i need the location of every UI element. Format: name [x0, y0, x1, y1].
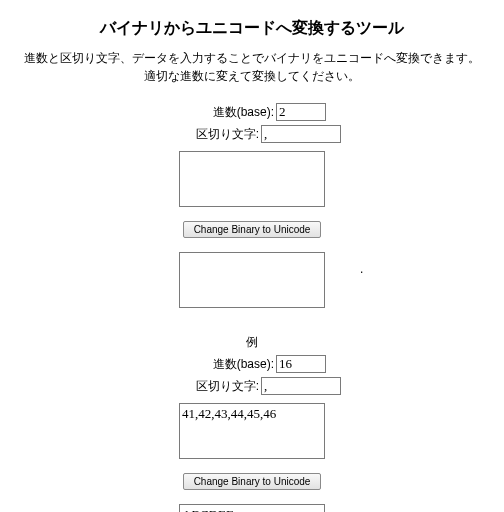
example-delimiter-label: 区切り文字:	[163, 378, 261, 395]
page: バイナリからユニコードへ変換するツール 進数と区切り文字、データを入力することで…	[0, 0, 504, 512]
example-convert-button[interactable]: Change Binary to Unicode	[183, 473, 322, 490]
desc-line-2: 適切な進数に変えて変換してください。	[144, 69, 360, 83]
example-output-textarea[interactable]	[179, 504, 325, 512]
desc-line-1: 進数と区切り文字、データを入力することでバイナリをユニコードへ変換できます。	[24, 51, 480, 65]
output-textarea[interactable]	[179, 252, 325, 308]
example-delimiter-row: 区切り文字:	[0, 377, 504, 395]
example-input-textarea[interactable]	[179, 403, 325, 459]
convert-button[interactable]: Change Binary to Unicode	[183, 221, 322, 238]
example-base-row: 進数(base):	[0, 355, 504, 373]
delimiter-label: 区切り文字:	[163, 126, 261, 143]
base-row: 進数(base):	[0, 103, 504, 121]
example-delimiter-input[interactable]	[261, 377, 341, 395]
input-textarea[interactable]	[179, 151, 325, 207]
base-input[interactable]	[276, 103, 326, 121]
base-label: 進数(base):	[178, 104, 276, 121]
stray-dot: .	[360, 262, 363, 276]
delimiter-input[interactable]	[261, 125, 341, 143]
page-title: バイナリからユニコードへ変換するツール	[0, 18, 504, 39]
example-base-input[interactable]	[276, 355, 326, 373]
description: 進数と区切り文字、データを入力することでバイナリをユニコードへ変換できます。 適…	[0, 49, 504, 85]
example-heading: 例	[0, 334, 504, 351]
delimiter-row: 区切り文字:	[0, 125, 504, 143]
example-base-label: 進数(base):	[178, 356, 276, 373]
